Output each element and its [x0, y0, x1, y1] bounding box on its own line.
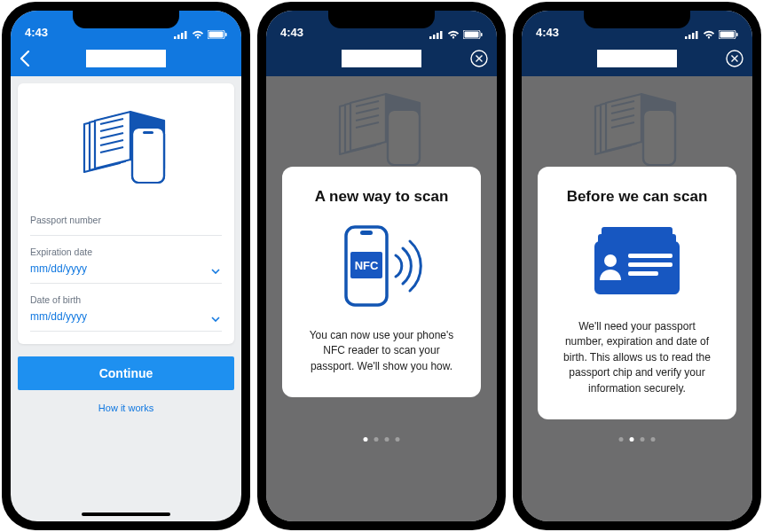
home-indicator[interactable]	[82, 512, 170, 516]
modal-body: You can now use your phone's NFC reader …	[298, 328, 465, 374]
form-body: Passport number Expiration date mm/dd/yy…	[11, 76, 241, 420]
modal-title: Before we can scan	[554, 188, 720, 206]
close-button[interactable]	[470, 50, 488, 67]
battery-icon	[719, 30, 738, 39]
status-icons	[429, 30, 483, 39]
brand-logo	[86, 50, 166, 67]
dob-label: Date of birth	[30, 294, 222, 305]
page-indicator[interactable]	[364, 437, 400, 442]
svg-rect-34	[692, 33, 695, 39]
svg-rect-30	[360, 231, 373, 235]
modal-body: We'll need your passport number, expirat…	[554, 319, 720, 396]
svg-rect-35	[696, 31, 698, 39]
brand-logo	[342, 50, 421, 67]
dropdown-caret-icon	[211, 269, 220, 274]
nfc-phone-illustration: NFC	[298, 222, 465, 310]
svg-rect-17	[437, 33, 439, 39]
expiration-date-field[interactable]: Expiration date mm/dd/yyyy	[30, 241, 222, 284]
svg-rect-20	[465, 32, 479, 38]
dob-value: mm/dd/yyyy	[30, 310, 87, 323]
svg-rect-33	[688, 35, 691, 39]
screen-1: 4:43	[11, 11, 241, 521]
svg-rect-5	[209, 32, 224, 38]
status-icons	[174, 30, 227, 39]
status-time: 4:43	[280, 26, 303, 39]
page-dot-1	[619, 437, 624, 442]
svg-rect-1	[177, 35, 180, 39]
expiration-date-label: Expiration date	[30, 246, 222, 257]
page-dot-1	[364, 437, 368, 442]
passport-illustration	[30, 105, 222, 190]
chevron-left-icon	[20, 51, 30, 66]
svg-rect-6	[225, 33, 227, 36]
how-it-works-link[interactable]: How it works	[18, 403, 234, 413]
svg-rect-32	[685, 36, 688, 39]
close-button[interactable]	[726, 50, 743, 67]
battery-icon	[463, 30, 483, 39]
modal-title: A new way to scan	[298, 188, 465, 206]
page-dot-3	[385, 437, 389, 442]
expiration-date-value: mm/dd/yyyy	[30, 262, 87, 275]
brand-logo	[597, 50, 677, 67]
svg-rect-50	[628, 254, 673, 258]
svg-rect-48	[594, 241, 680, 294]
svg-rect-51	[628, 262, 673, 267]
page-dot-3	[641, 437, 645, 442]
signal-icon	[685, 30, 699, 39]
onboarding-modal: Before we can scan	[538, 167, 736, 419]
page-dot-2	[630, 437, 634, 442]
page-dot-4	[651, 437, 656, 442]
notch	[328, 11, 435, 28]
svg-rect-15	[429, 36, 432, 39]
close-icon	[470, 50, 488, 67]
svg-rect-0	[174, 36, 177, 39]
onboarding-modal: A new way to scan NFC You can now use	[282, 167, 481, 397]
status-time: 4:43	[25, 26, 48, 39]
screen-3: 4:43	[522, 11, 752, 521]
svg-rect-12	[132, 128, 164, 183]
svg-rect-16	[433, 35, 436, 39]
id-card-illustration	[554, 222, 720, 301]
phone-frame-1: 4:43	[2, 2, 250, 530]
screen-2: 4:43	[266, 11, 497, 521]
svg-rect-3	[185, 31, 187, 39]
notch	[584, 11, 690, 28]
svg-rect-18	[440, 31, 443, 39]
notch	[73, 11, 179, 28]
passport-number-label: Passport number	[30, 215, 222, 225]
status-icons	[685, 30, 738, 39]
continue-button[interactable]: Continue	[18, 356, 234, 390]
page-dot-4	[396, 437, 400, 442]
dob-field[interactable]: Date of birth mm/dd/yyyy	[30, 289, 222, 332]
wifi-icon	[447, 30, 460, 39]
nfc-badge-text: NFC	[355, 259, 379, 272]
passport-form-card: Passport number Expiration date mm/dd/yy…	[18, 83, 234, 344]
page-indicator[interactable]	[619, 437, 656, 442]
phone-frame-3: 4:43	[513, 2, 761, 530]
phone-frame-2: 4:43	[257, 2, 506, 530]
svg-rect-21	[481, 33, 483, 36]
dropdown-caret-icon	[211, 317, 220, 322]
passport-number-field[interactable]: Passport number	[30, 209, 222, 236]
svg-rect-2	[181, 33, 184, 39]
battery-icon	[208, 30, 227, 39]
page-dot-2	[374, 437, 379, 442]
svg-point-49	[604, 254, 617, 267]
nav-bar	[11, 41, 241, 76]
svg-rect-37	[720, 32, 735, 38]
wifi-icon	[192, 30, 204, 39]
svg-rect-52	[628, 271, 658, 276]
back-button[interactable]	[20, 51, 30, 66]
nav-bar	[266, 41, 497, 76]
wifi-icon	[703, 30, 715, 39]
nav-bar	[522, 41, 752, 76]
svg-rect-14	[143, 131, 153, 134]
signal-icon	[174, 30, 188, 39]
signal-icon	[429, 30, 444, 39]
close-icon	[726, 50, 743, 67]
svg-rect-38	[736, 33, 738, 36]
status-time: 4:43	[536, 26, 559, 39]
